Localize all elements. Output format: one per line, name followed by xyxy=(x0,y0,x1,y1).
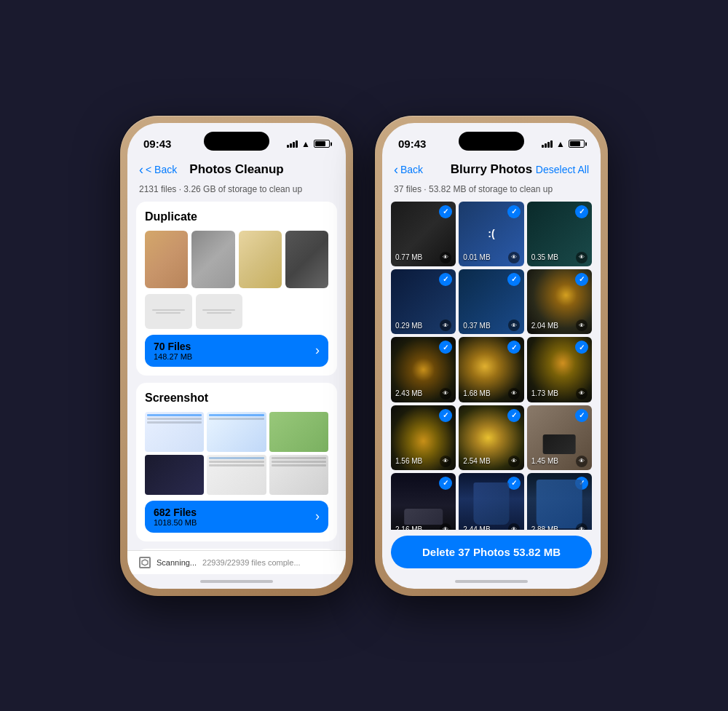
back-button-2[interactable]: ‹ Back xyxy=(394,163,423,176)
phone-1-screen: 09:43 ▲ ‹ < xyxy=(127,123,346,589)
scan-icon xyxy=(139,557,151,568)
check-5: ✓ xyxy=(507,273,521,286)
eye-icon-3[interactable]: 👁 xyxy=(576,252,587,263)
eye-icon-10[interactable]: 👁 xyxy=(440,456,451,467)
screenshot-title: Screenshot xyxy=(145,392,328,405)
photo-size-4: 0.29 MB xyxy=(395,322,422,330)
ss-thumb-5 xyxy=(207,455,266,495)
duplicate-thumbnails-2 xyxy=(145,294,328,329)
eye-icon-1[interactable]: 👁 xyxy=(440,252,451,263)
photo-cell-5[interactable]: ✓ 0.37 MB 👁 xyxy=(459,269,523,334)
eye-icon-2[interactable]: 👁 xyxy=(508,252,520,263)
photo-cell-15[interactable]: ✓ 2.88 MB 👁 xyxy=(527,473,592,530)
battery-icon-2 xyxy=(569,140,585,148)
wifi-icon-2: ▲ xyxy=(556,139,565,149)
photo-cell-8[interactable]: ✓ 1.68 MB 👁 xyxy=(459,337,523,402)
check-11: ✓ xyxy=(507,409,521,422)
dynamic-island-1 xyxy=(204,132,269,151)
photo-size-1: 0.77 MB xyxy=(395,253,422,261)
duplicate-section: Duplicate xyxy=(136,202,337,376)
ss-thumb-4 xyxy=(145,455,204,495)
photo-cell-6[interactable]: ✓ 2.04 MB 👁 xyxy=(527,269,592,334)
nav-bar-2: ‹ Back Blurry Photos Deselect All xyxy=(382,159,601,183)
phones-container: 09:43 ▲ ‹ < xyxy=(120,116,608,596)
check-10: ✓ xyxy=(439,409,452,422)
photo-cell-12[interactable]: ✓ 1.45 MB 👁 xyxy=(527,405,592,470)
battery-icon-1 xyxy=(314,140,330,148)
photo-size-9: 1.73 MB xyxy=(531,389,558,397)
photo-row-1: ✓ 0.77 MB 👁 ✓ :( 0.01 MB 👁 xyxy=(391,202,592,266)
signal-icon-2 xyxy=(542,140,553,148)
screenshot-section: Screenshot xyxy=(136,383,337,541)
photo-size-8: 1.68 MB xyxy=(463,389,490,397)
dup-thumb-2 xyxy=(191,231,234,288)
eye-icon-9[interactable]: 👁 xyxy=(576,388,587,400)
dup-thumb-5 xyxy=(145,294,192,329)
ss-thumb-2 xyxy=(207,412,266,452)
eye-icon-5[interactable]: 👁 xyxy=(508,319,520,331)
check-7: ✓ xyxy=(439,341,452,354)
eye-icon-15[interactable]: 👁 xyxy=(576,523,587,529)
dynamic-island-2 xyxy=(459,132,524,151)
time-1: 09:43 xyxy=(143,138,171,150)
page-title-2: Blurry Photos xyxy=(451,162,532,177)
wifi-icon-1: ▲ xyxy=(301,139,310,149)
photo-row-2: ✓ 0.29 MB 👁 ✓ 0.37 MB 👁 xyxy=(391,269,592,334)
photo-size-5: 0.37 MB xyxy=(463,322,490,330)
check-9: ✓ xyxy=(575,341,588,354)
photo-size-14: 2.44 MB xyxy=(463,525,490,530)
scanning-text: Scanning... xyxy=(157,558,197,567)
signal-icon-1 xyxy=(287,140,298,148)
photo-cell-14[interactable]: ✓ 2.44 MB 👁 xyxy=(459,473,523,530)
dup-thumb-4 xyxy=(285,231,328,288)
photo-grid: ✓ 0.77 MB 👁 ✓ :( 0.01 MB 👁 xyxy=(382,202,601,530)
phone-2-screen: 09:43 ▲ ‹ Ba xyxy=(382,123,601,589)
photo-cell-13[interactable]: ✓ 2.16 MB 👁 xyxy=(391,473,456,530)
check-12: ✓ xyxy=(575,409,588,422)
check-4: ✓ xyxy=(439,273,452,286)
eye-icon-13[interactable]: 👁 xyxy=(440,523,451,529)
back-button-1[interactable]: ‹ < Back xyxy=(139,163,177,176)
check-1: ✓ xyxy=(439,205,452,218)
dup-thumb-3 xyxy=(239,231,282,288)
duplicate-size: 148.27 MB xyxy=(154,352,192,361)
duplicate-badge[interactable]: 70 Files 148.27 MB › xyxy=(145,335,328,367)
photo-cell-4[interactable]: ✓ 0.29 MB 👁 xyxy=(391,269,456,334)
photo-cell-2[interactable]: ✓ :( 0.01 MB 👁 xyxy=(459,202,523,266)
back-label-2[interactable]: Back xyxy=(400,164,423,175)
deselect-all-button[interactable]: Deselect All xyxy=(536,164,589,175)
phone-2: 09:43 ▲ ‹ Ba xyxy=(375,116,608,596)
ss-thumb-6 xyxy=(269,455,328,495)
page-title-1: Photos Cleanup xyxy=(189,162,283,177)
photo-size-12: 1.45 MB xyxy=(531,457,558,465)
screenshot-badge[interactable]: 682 Files 1018.50 MB › xyxy=(145,501,328,533)
eye-icon-11[interactable]: 👁 xyxy=(508,456,520,467)
photo-cell-3[interactable]: ✓ 0.35 MB 👁 xyxy=(527,202,592,266)
chevron-icon-2: › xyxy=(315,509,320,524)
status-icons-2: ▲ xyxy=(542,139,585,149)
home-indicator-2 xyxy=(382,574,601,589)
photo-cell-7[interactable]: ✓ 2.43 MB 👁 xyxy=(391,337,456,402)
eye-icon-14[interactable]: 👁 xyxy=(508,523,520,529)
screenshot-size: 1018.50 MB xyxy=(154,518,197,527)
storage-info-1: 2131 files · 3.26 GB of storage to clean… xyxy=(127,183,346,202)
photo-cell-10[interactable]: ✓ 1.56 MB 👁 xyxy=(391,405,456,470)
eye-icon-8[interactable]: 👁 xyxy=(508,388,520,400)
eye-icon-6[interactable]: 👁 xyxy=(576,319,587,331)
photo-size-10: 1.56 MB xyxy=(395,457,422,465)
eye-icon-12[interactable]: 👁 xyxy=(576,456,587,467)
photo-cell-11[interactable]: ✓ 2.54 MB 👁 xyxy=(459,405,523,470)
screenshot-count: 682 Files xyxy=(154,507,197,518)
photo-cell-9[interactable]: ✓ 1.73 MB 👁 xyxy=(527,337,592,402)
time-2: 09:43 xyxy=(398,138,426,150)
photo-size-3: 0.35 MB xyxy=(531,253,558,261)
scroll-area-1[interactable]: Duplicate xyxy=(127,202,346,550)
delete-button[interactable]: Delete 37 Photos 53.82 MB xyxy=(391,536,592,568)
eye-icon-4[interactable]: 👁 xyxy=(440,319,451,331)
photo-cell-1[interactable]: ✓ 0.77 MB 👁 xyxy=(391,202,456,266)
check-13: ✓ xyxy=(439,477,452,490)
eye-icon-7[interactable]: 👁 xyxy=(440,388,451,400)
ss-thumb-1 xyxy=(145,412,204,452)
photo-size-2: 0.01 MB xyxy=(463,253,490,261)
back-label-1[interactable]: < Back xyxy=(146,164,177,175)
